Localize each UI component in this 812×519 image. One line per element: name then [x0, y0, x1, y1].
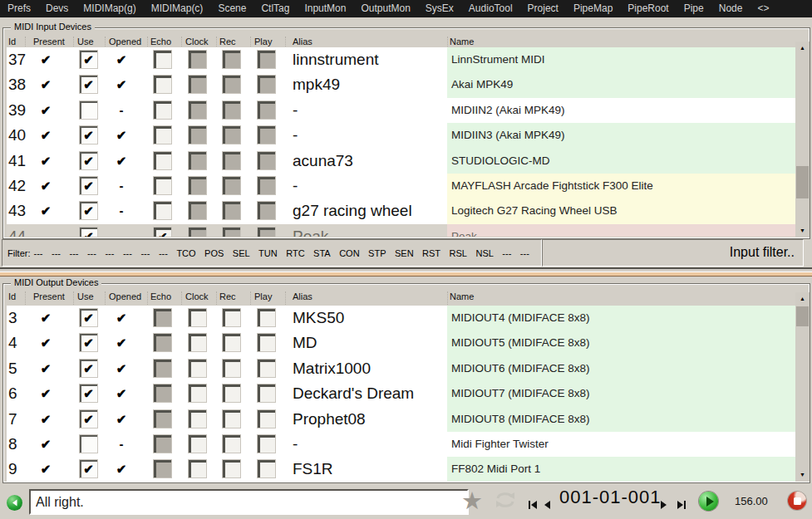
alias-cell[interactable]: -	[293, 432, 298, 457]
use-checkbox[interactable]	[80, 435, 97, 453]
filter-flag[interactable]: STP	[368, 248, 386, 258]
scroll-up-icon[interactable]: ▲	[795, 42, 810, 55]
clock-checkbox[interactable]	[189, 360, 206, 377]
filter-flag[interactable]: ---	[87, 248, 96, 258]
rec-checkbox[interactable]	[223, 435, 240, 453]
filter-flag[interactable]: ---	[69, 248, 78, 258]
filter-flag[interactable]: RST	[422, 248, 440, 258]
star-icon[interactable]: ★	[461, 485, 483, 517]
output-scrollbar[interactable]: ▲ ▼	[795, 292, 810, 482]
menu-item-audiotool[interactable]: AudioTool	[461, 0, 520, 17]
status-message-input[interactable]	[29, 489, 469, 515]
play-checkbox[interactable]	[258, 384, 275, 402]
input-filter-button[interactable]: Input filter..	[542, 239, 804, 267]
filter-flag[interactable]: ---	[502, 248, 511, 258]
filter-flag[interactable]: STA	[313, 248, 331, 258]
play-checkbox[interactable]	[258, 309, 275, 326]
step-back-icon[interactable]	[544, 497, 551, 512]
clock-checkbox[interactable]	[189, 435, 206, 453]
alias-cell[interactable]: -	[293, 123, 298, 148]
menu-item-sysex[interactable]: SysEx	[418, 0, 461, 17]
clock-checkbox[interactable]	[189, 410, 206, 428]
play-checkbox[interactable]	[258, 410, 275, 428]
menu-item-scene[interactable]: Scene	[210, 0, 253, 17]
alias-cell[interactable]: linnstrument	[293, 47, 379, 72]
alias-cell[interactable]: -	[293, 174, 298, 198]
sync-icon[interactable]	[493, 491, 518, 512]
scroll-down-icon[interactable]: ▼	[795, 224, 810, 237]
rec-checkbox[interactable]	[223, 460, 240, 477]
song-position-display[interactable]: 001-01-001	[559, 487, 662, 508]
filter-flag[interactable]: ---	[140, 248, 150, 258]
clock-checkbox[interactable]	[189, 384, 206, 402]
scroll-down-icon[interactable]: ▼	[795, 468, 810, 482]
use-checkbox[interactable]: ✔	[80, 384, 97, 402]
use-checkbox[interactable]: ✔	[80, 51, 97, 68]
menu-item-outputmon[interactable]: OutputMon	[353, 0, 417, 17]
filter-flag[interactable]: TCO	[176, 248, 195, 258]
play-checkbox[interactable]	[258, 334, 275, 351]
filter-flag[interactable]: TUN	[258, 248, 278, 258]
input-scrollbar[interactable]: ▲ ▼	[795, 42, 810, 237]
record-stop-button[interactable]	[788, 492, 806, 510]
rec-checkbox[interactable]	[223, 309, 240, 326]
alias-cell[interactable]: acuna73	[293, 149, 353, 174]
clock-checkbox[interactable]	[189, 334, 206, 351]
alias-cell[interactable]: Matrix1000	[293, 356, 371, 381]
scroll-up-icon[interactable]: ▲	[795, 292, 810, 306]
filter-flag[interactable]: NSL	[475, 248, 493, 258]
use-checkbox[interactable]	[80, 101, 97, 119]
alias-cell[interactable]: FS1R	[293, 457, 333, 482]
rec-checkbox[interactable]	[223, 384, 240, 402]
echo-checkbox[interactable]	[154, 152, 171, 169]
use-checkbox[interactable]: ✔	[80, 334, 97, 351]
use-checkbox[interactable]: ✔	[80, 228, 97, 237]
filter-flag[interactable]: SEN	[395, 248, 414, 258]
menu-item-midimap-g-[interactable]: MIDIMap(g)	[76, 0, 143, 17]
filter-flag[interactable]: ---	[159, 248, 168, 258]
menu-item-piperoot[interactable]: PipeRoot	[620, 0, 676, 17]
echo-checkbox[interactable]: ✔	[154, 228, 171, 237]
clock-checkbox[interactable]	[189, 309, 206, 326]
skip-to-end-icon[interactable]	[677, 497, 686, 512]
alias-cell[interactable]: -	[293, 98, 298, 123]
filter-flag[interactable]: SEL	[233, 248, 250, 258]
use-checkbox[interactable]: ✔	[80, 177, 97, 194]
filter-flag[interactable]: ---	[105, 248, 114, 258]
menu-item-project[interactable]: Project	[520, 0, 566, 17]
skip-to-start-icon[interactable]	[529, 497, 538, 512]
menu-item-midimap-c-[interactable]: MIDIMap(c)	[144, 0, 211, 17]
filter-flag[interactable]: ---	[520, 248, 529, 258]
filter-flag[interactable]: ---	[123, 248, 132, 258]
menu-item-devs[interactable]: Devs	[38, 0, 76, 17]
alias-cell[interactable]: g27 racing wheel	[293, 198, 412, 223]
menu-item-pipemap[interactable]: PipeMap	[566, 0, 620, 17]
rec-checkbox[interactable]	[223, 334, 240, 351]
echo-checkbox[interactable]	[154, 76, 171, 93]
use-checkbox[interactable]: ✔	[80, 126, 97, 144]
echo-checkbox[interactable]	[154, 177, 171, 194]
echo-checkbox[interactable]	[154, 101, 171, 119]
filter-flag[interactable]: RTC	[286, 248, 304, 258]
use-checkbox[interactable]: ✔	[80, 76, 97, 93]
menu-item-prefs[interactable]: Prefs	[0, 0, 38, 17]
horizontal-splitter[interactable]	[0, 267, 812, 277]
menu-item-ctltag[interactable]: CtlTag	[253, 0, 297, 17]
clock-checkbox[interactable]	[189, 460, 206, 477]
step-forward-icon[interactable]	[660, 497, 667, 512]
filter-flag[interactable]: ---	[34, 248, 43, 258]
input-scrollbar-thumb[interactable]	[796, 166, 809, 198]
use-checkbox[interactable]: ✔	[80, 410, 97, 428]
play-checkbox[interactable]	[258, 360, 275, 377]
filter-flag[interactable]: POS	[204, 248, 224, 258]
filter-flag[interactable]: CON	[339, 248, 359, 258]
use-checkbox[interactable]: ✔	[80, 152, 97, 169]
alias-cell[interactable]: Deckard's Dream	[293, 381, 414, 406]
alias-cell[interactable]: Prophet08	[293, 407, 366, 432]
use-checkbox[interactable]: ✔	[80, 460, 97, 477]
filter-flag[interactable]: ---	[52, 248, 61, 258]
alias-cell[interactable]: mpk49	[293, 72, 340, 97]
menu-item-pipe[interactable]: Pipe	[677, 0, 711, 17]
echo-checkbox[interactable]	[154, 51, 171, 68]
echo-checkbox[interactable]	[154, 202, 171, 219]
